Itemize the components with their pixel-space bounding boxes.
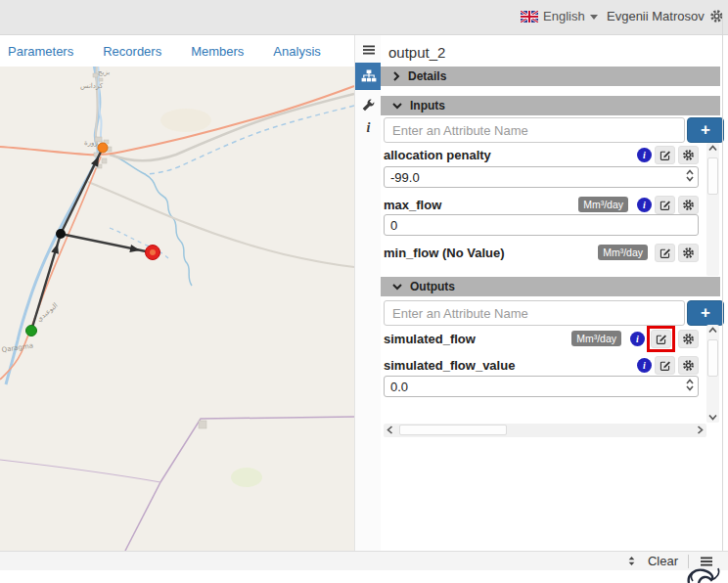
settings-button[interactable] (678, 356, 699, 375)
info-tab[interactable]: i (355, 119, 382, 137)
user-name: Evgenii Matrosov (607, 9, 705, 23)
menu-toggle-button[interactable] (355, 41, 382, 59)
attr-row-simulated-flow: simulated_flow Mm³/day i (384, 326, 699, 351)
user-menu[interactable]: Evgenii Matrosov (607, 9, 724, 23)
scroll-left-icon[interactable] (387, 426, 393, 434)
scroll-right-icon[interactable] (697, 426, 704, 434)
allocation-penalty-value-input[interactable] (384, 166, 699, 188)
language-selector[interactable]: English (521, 9, 598, 23)
scroll-down-icon[interactable] (708, 414, 717, 421)
tool-strip: i (354, 35, 381, 551)
section-inputs[interactable]: Inputs (381, 96, 720, 115)
chevron-down-icon (392, 283, 402, 291)
spinner-down-icon[interactable] (686, 176, 694, 182)
page-scrollbar-edge (722, 14, 723, 551)
settings-button[interactable] (678, 196, 699, 214)
map-node-orange[interactable] (98, 143, 108, 153)
gear-icon (682, 359, 695, 372)
edit-button-highlighted[interactable] (651, 330, 671, 348)
scroll-up-icon[interactable] (708, 327, 717, 334)
attr-value-row (384, 214, 699, 236)
unit-badge: Mm³/day (598, 245, 648, 260)
section-inputs-label: Inputs (410, 99, 445, 112)
gear-icon (682, 149, 695, 161)
spinner-up-icon[interactable] (686, 169, 694, 175)
scroll-up-icon[interactable] (708, 145, 717, 152)
edit-button[interactable] (655, 244, 675, 262)
pencil-square-icon (659, 149, 671, 161)
pencil-square-icon (659, 247, 671, 259)
section-outputs-label: Outputs (410, 280, 455, 293)
unit-badge: Mm³/day (578, 197, 628, 212)
inputs-vertical-scrollbar[interactable] (706, 143, 719, 276)
nav-item-recorders[interactable]: Recorders (103, 44, 161, 59)
highlight-rectangle (647, 326, 675, 352)
section-details[interactable]: Details (381, 67, 720, 86)
attr-name: simulated_flow_value (384, 358, 632, 373)
scrollbar-thumb[interactable] (399, 425, 507, 435)
network-map[interactable]: بزيج كردانس زورة البوعبدي Qaragma (0, 67, 354, 551)
outputs-vertical-scrollbar[interactable] (706, 325, 719, 423)
gear-icon (682, 333, 695, 345)
map-node-black[interactable] (56, 229, 66, 239)
attr-name: max_flow (384, 198, 578, 212)
chevron-down-icon (590, 15, 598, 20)
network-tab-active[interactable] (355, 63, 382, 90)
edit-button[interactable] (655, 146, 675, 164)
settings-button[interactable] (678, 146, 699, 164)
max-flow-value-input[interactable] (384, 214, 699, 236)
node-properties-panel: output_2 Details Inputs + allocation pen… (381, 35, 728, 551)
attr-name: allocation penalty (384, 148, 632, 162)
info-icon[interactable]: i (630, 332, 645, 346)
clear-button[interactable]: Clear (648, 554, 678, 568)
gear-icon (682, 199, 695, 211)
pencil-square-icon (659, 199, 671, 211)
settings-button[interactable] (678, 244, 699, 262)
number-spinner[interactable] (686, 169, 694, 182)
info-icon[interactable]: i (637, 198, 652, 212)
chevron-down-icon (392, 102, 402, 110)
scrollbar-thumb[interactable] (707, 339, 718, 377)
attr-row-min-flow: min_flow (No Value) Mm³/day (384, 241, 699, 264)
horizontal-scrollbar[interactable] (384, 424, 706, 437)
inputs-add-attribute-row: + (384, 117, 724, 143)
nav-item-members[interactable]: Members (191, 44, 244, 59)
outputs-attribute-name-input[interactable] (384, 300, 685, 326)
inputs-add-button[interactable]: + (687, 117, 724, 143)
inputs-attribute-name-input[interactable] (384, 117, 685, 143)
attr-value-row (384, 166, 699, 188)
uk-flag-icon (521, 11, 538, 22)
info-icon[interactable]: i (637, 358, 652, 373)
spinner-down-icon[interactable] (686, 385, 694, 391)
map-beige-patch (160, 109, 211, 132)
settings-button[interactable] (678, 330, 699, 348)
scrollbar-thumb[interactable] (707, 157, 718, 195)
main-nav: Parameters Recorders Members Analysis (0, 35, 354, 67)
edit-button[interactable] (655, 196, 675, 214)
edit-button[interactable] (655, 356, 675, 375)
gear-icon (682, 247, 695, 259)
map-label-2: كردانس (80, 82, 104, 90)
top-header: English Evgenii Matrosov (0, 0, 728, 35)
bottom-bar: Clear (0, 551, 728, 570)
info-icon[interactable]: i (637, 148, 652, 162)
attr-value-row (384, 376, 699, 397)
attr-name: simulated_flow (384, 332, 571, 346)
number-spinner[interactable] (686, 379, 694, 391)
app-window: English Evgenii Matrosov Parameters Reco… (0, 0, 728, 583)
nav-item-analysis[interactable]: Analysis (273, 44, 320, 59)
section-outputs[interactable]: Outputs (381, 277, 720, 296)
wrench-icon (361, 98, 376, 112)
language-label: English (543, 9, 585, 23)
attr-name: min_flow (No Value) (384, 246, 598, 260)
outputs-add-button[interactable]: + (687, 300, 724, 326)
spinner-up-icon[interactable] (686, 379, 694, 384)
simulated-flow-value-input[interactable] (384, 376, 699, 397)
attr-row-simulated-flow-value: simulated_flow_value i (384, 353, 699, 377)
tools-tab[interactable] (355, 96, 382, 113)
map-node-green[interactable] (26, 326, 37, 336)
nav-item-parameters[interactable]: Parameters (8, 44, 73, 59)
sort-icon[interactable] (625, 555, 638, 567)
unit-badge: Mm³/day (571, 331, 621, 346)
map-label-1: بزيج (98, 68, 110, 76)
